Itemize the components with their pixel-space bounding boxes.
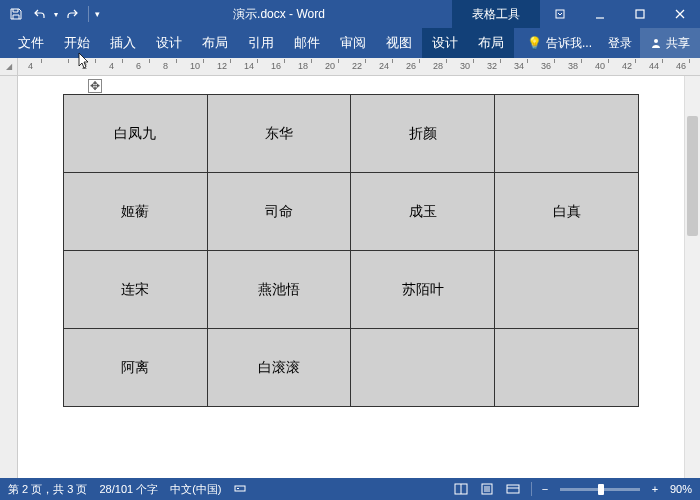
tab-references[interactable]: 引用: [238, 28, 284, 58]
word-table[interactable]: 白凤九东华折颜姬蘅司命成玉白真连宋燕池悟苏陌叶阿离白滚滚: [63, 94, 639, 407]
table-cell[interactable]: 苏陌叶: [351, 251, 495, 329]
ruler-tick: 24: [379, 61, 389, 71]
table-cell[interactable]: [495, 251, 639, 329]
save-button[interactable]: [6, 4, 26, 24]
status-bar: 第 2 页，共 3 页 28/101 个字 中文(中国) − + 90%: [0, 478, 700, 500]
tab-mailings[interactable]: 邮件: [284, 28, 330, 58]
tab-layout[interactable]: 布局: [192, 28, 238, 58]
maximize-button[interactable]: [620, 0, 660, 28]
redo-button[interactable]: [62, 4, 82, 24]
zoom-level[interactable]: 90%: [670, 483, 692, 495]
ruler-tick: 28: [433, 61, 443, 71]
qat-customize-icon[interactable]: ▾: [95, 9, 100, 19]
table-cell[interactable]: [351, 329, 495, 407]
svg-point-5: [654, 39, 658, 43]
lightbulb-icon: 💡: [527, 36, 542, 50]
ruler-tick: 18: [298, 61, 308, 71]
view-read-mode[interactable]: [449, 480, 473, 498]
ruler-tick: 32: [487, 61, 497, 71]
svg-rect-2: [636, 10, 644, 18]
tab-file[interactable]: 文件: [8, 28, 54, 58]
page-canvas[interactable]: ✥ 白凤九东华折颜姬蘅司命成玉白真连宋燕池悟苏陌叶阿离白滚滚: [18, 76, 684, 478]
svg-rect-14: [507, 485, 519, 493]
login-button[interactable]: 登录: [600, 35, 640, 52]
table-row[interactable]: 白凤九东华折颜: [64, 95, 639, 173]
close-button[interactable]: [660, 0, 700, 28]
ruler-tick: 8: [163, 61, 168, 71]
table-cell[interactable]: 连宋: [64, 251, 208, 329]
macro-record-icon[interactable]: [234, 482, 246, 497]
ruler-tick: 26: [406, 61, 416, 71]
share-icon: [650, 37, 662, 49]
ruler-tick: 14: [244, 61, 254, 71]
tab-insert[interactable]: 插入: [100, 28, 146, 58]
table-cell[interactable]: 姬蘅: [64, 173, 208, 251]
tab-design[interactable]: 设计: [146, 28, 192, 58]
ruler-tick: 4: [109, 61, 114, 71]
tab-review[interactable]: 审阅: [330, 28, 376, 58]
ruler-tick: 4: [28, 61, 33, 71]
ribbon-tabs: 文件 开始 插入 设计 布局 引用 邮件 审阅 视图 设计 布局 💡 告诉我..…: [0, 28, 700, 58]
ruler-tick: 6: [136, 61, 141, 71]
table-cell[interactable]: 司命: [207, 173, 351, 251]
view-web-layout[interactable]: [501, 480, 525, 498]
table-cell[interactable]: [495, 95, 639, 173]
tell-me-search[interactable]: 💡 告诉我...: [519, 35, 600, 52]
table-row[interactable]: 连宋燕池悟苏陌叶: [64, 251, 639, 329]
mouse-cursor-icon: [78, 52, 92, 70]
ruler-tick: 36: [541, 61, 551, 71]
contextual-tab-label: 表格工具: [452, 0, 540, 28]
table-cell[interactable]: 成玉: [351, 173, 495, 251]
quick-access-toolbar: ▾ ▾: [0, 4, 106, 24]
ruler-tick: 38: [568, 61, 578, 71]
status-page[interactable]: 第 2 页，共 3 页: [8, 482, 87, 497]
tab-table-layout[interactable]: 布局: [468, 28, 514, 58]
ruler-tick: 42: [622, 61, 632, 71]
horizontal-ruler[interactable]: 4246810121416182022242628303234363840424…: [18, 58, 700, 76]
ruler-tick: 44: [649, 61, 659, 71]
table-cell[interactable]: 白滚滚: [207, 329, 351, 407]
table-move-handle[interactable]: ✥: [88, 79, 102, 93]
table-cell[interactable]: 白凤九: [64, 95, 208, 173]
zoom-slider-knob[interactable]: [598, 484, 604, 495]
ruler-tick: 16: [271, 61, 281, 71]
table-row[interactable]: 姬蘅司命成玉白真: [64, 173, 639, 251]
minimize-button[interactable]: [580, 0, 620, 28]
ruler-tick: 30: [460, 61, 470, 71]
svg-rect-7: [237, 488, 239, 489]
vertical-scrollbar[interactable]: [684, 76, 700, 478]
view-print-layout[interactable]: [475, 480, 499, 498]
zoom-in-button[interactable]: +: [648, 483, 662, 495]
tell-me-label: 告诉我...: [546, 35, 592, 52]
title-bar: ▾ ▾ 演示.docx - Word 表格工具: [0, 0, 700, 28]
ruler-tick: 22: [352, 61, 362, 71]
share-button[interactable]: 共享: [640, 28, 700, 58]
table-cell[interactable]: [495, 329, 639, 407]
svg-rect-0: [556, 10, 564, 18]
zoom-slider[interactable]: [560, 488, 640, 491]
ruler-tick: 20: [325, 61, 335, 71]
scrollbar-thumb[interactable]: [687, 116, 698, 236]
status-language[interactable]: 中文(中国): [170, 482, 221, 497]
tab-table-design[interactable]: 设计: [422, 28, 468, 58]
table-cell[interactable]: 燕池悟: [207, 251, 351, 329]
table-cell[interactable]: 阿离: [64, 329, 208, 407]
table-cell[interactable]: 东华: [207, 95, 351, 173]
share-label: 共享: [666, 35, 690, 52]
table-cell[interactable]: 折颜: [351, 95, 495, 173]
status-word-count[interactable]: 28/101 个字: [99, 482, 158, 497]
window-controls: [540, 0, 700, 28]
ruler-tick: 46: [676, 61, 686, 71]
ribbon-options-button[interactable]: [540, 0, 580, 28]
table-cell[interactable]: 白真: [495, 173, 639, 251]
undo-dropdown-icon[interactable]: ▾: [54, 10, 58, 19]
ruler-corner: ◢: [0, 58, 18, 76]
table-row[interactable]: 阿离白滚滚: [64, 329, 639, 407]
ruler-tick: 10: [190, 61, 200, 71]
undo-button[interactable]: [30, 4, 50, 24]
tab-view[interactable]: 视图: [376, 28, 422, 58]
vertical-ruler[interactable]: [0, 76, 18, 478]
svg-rect-6: [235, 486, 245, 491]
tab-home[interactable]: 开始: [54, 28, 100, 58]
zoom-out-button[interactable]: −: [538, 483, 552, 495]
